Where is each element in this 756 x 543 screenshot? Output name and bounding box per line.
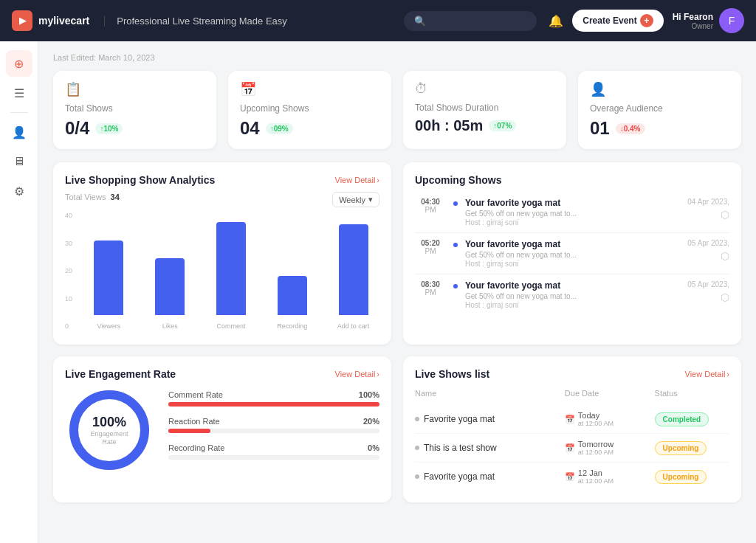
sidebar: ⊕ ☰ 👤 🖥 ⚙ (0, 41, 38, 543)
list-date-1: 📅 Today at 12:00 AM (565, 411, 655, 427)
list-dot-1 (415, 417, 419, 421)
stat-card-audience: 👤 Overage Audience 01 ↓0.4% (578, 71, 741, 149)
show-info-3: Your favorite yoga mat Get 50% off on ne… (465, 280, 678, 309)
show-date-2: 05 Apr 2023, (685, 239, 729, 247)
stat-card-duration: ⏱ Total Shows Duration 00h : 05m ↑07% (403, 71, 566, 149)
stat-card-upcoming-shows: 📅 Upcoming Shows 04 ↑09% (228, 71, 391, 149)
list-row-2: This is a test show 📅 Tomorrow at 12:00 … (415, 434, 729, 463)
show-desc-3: Get 50% off on new yoga mat to... (465, 292, 678, 300)
bell-icon[interactable]: 🔔 (549, 14, 563, 28)
reaction-rate-header: Reaction Rate 20% (168, 417, 379, 426)
rates-list: Comment Rate 100% Reaction Rate 20% (168, 390, 379, 470)
plus-icon: + (640, 14, 653, 27)
recording-rate-pct: 0% (368, 443, 379, 452)
sidebar-item-users[interactable]: 👤 (6, 119, 32, 145)
sidebar-item-calendar[interactable]: ☰ (6, 80, 32, 106)
upcoming-shows-icon: 📅 (240, 81, 379, 97)
analytics-title: Live Shopping Show Analytics (65, 174, 215, 186)
cal-icon-1: 📅 (565, 415, 575, 424)
duration-label: Total Shows Duration (415, 103, 554, 113)
recording-rate-header: Recording Rate 0% (168, 443, 379, 452)
bar-comment-fill (216, 222, 246, 315)
audience-value: 01 (590, 118, 610, 139)
col-status: Status (655, 389, 729, 398)
chart-area (83, 212, 379, 315)
search-icon: 🔍 (414, 15, 426, 27)
bar-likes-fill (155, 258, 185, 315)
live-shows-view-detail[interactable]: View Detail › (685, 370, 730, 378)
top-two-col: Live Shopping Show Analytics View Detail… (53, 162, 741, 345)
upcoming-shows-badge: ↑09% (266, 123, 293, 134)
user-text: Hi Fearon Owner (673, 12, 713, 30)
live-shows-header: Live Shows list View Detail › (415, 368, 729, 380)
show-host-3: Host : girraj soni (465, 301, 678, 309)
show-dot-1 (453, 201, 458, 206)
show-title-2: Your favorite yoga mat (465, 239, 678, 249)
engagement-view-detail[interactable]: View Detail › (335, 370, 380, 378)
sidebar-item-dashboard[interactable]: ⊕ (6, 50, 32, 77)
sidebar-item-display[interactable]: 🖥 (6, 148, 32, 175)
col-name: Name (415, 389, 565, 398)
donut-chart: 100% EngagementRate (65, 386, 154, 474)
show-host-1: Host : girraj soni (465, 218, 678, 226)
user-info: Hi Fearon Owner F (673, 8, 744, 33)
list-name-3: Favorite yoga mat (415, 471, 565, 482)
search-bar[interactable]: 🔍 (404, 11, 537, 31)
bottom-two-col: Live Engagement Rate View Detail › (53, 356, 741, 502)
status-badge-upcoming-2: Upcoming (655, 441, 707, 455)
last-edited: Last Edited: March 10, 2023 (53, 53, 741, 62)
recording-rate-item: Recording Rate 0% (168, 443, 379, 460)
comment-rate-label: Comment Rate (168, 390, 223, 399)
reaction-rate-bar-fill (168, 429, 210, 433)
sidebar-item-settings[interactable]: ⚙ (6, 178, 32, 204)
share-icon-3[interactable]: ⬡ (721, 291, 729, 303)
filter-dropdown[interactable]: Weekly ▾ (332, 192, 379, 207)
analytics-card: Live Shopping Show Analytics View Detail… (53, 162, 391, 345)
user-role: Owner (673, 22, 713, 30)
reaction-rate-bar-bg (168, 429, 379, 433)
donut-center: 100% EngagementRate (90, 415, 128, 446)
engagement-pct: 100% (90, 415, 128, 430)
list-row-1: Favorite yoga mat 📅 Today at 12:00 AM Co… (415, 405, 729, 434)
engagement-label: EngagementRate (90, 430, 128, 446)
duration-value: 00h : 05m (415, 117, 483, 134)
list-name-1: Favorite yoga mat (415, 414, 565, 424)
show-host-2: Host : girraj soni (465, 260, 678, 268)
create-event-button[interactable]: Create Event + (572, 10, 663, 32)
chevron-down-icon: ▾ (368, 195, 373, 204)
analytics-view-detail[interactable]: View Detail › (335, 176, 380, 184)
list-dot-3 (415, 474, 419, 479)
label-viewers: Viewers (83, 322, 135, 330)
audience-label: Overage Audience (590, 103, 729, 114)
share-icon-1[interactable]: ⬡ (721, 209, 729, 221)
label-comment: Comment (205, 322, 258, 330)
engagement-title: Live Engagement Rate (65, 368, 176, 380)
comment-rate-header: Comment Rate 100% (168, 390, 379, 399)
header-title: Professional Live Streaming Made Easy (104, 15, 287, 27)
status-badge-completed-1: Completed (655, 412, 709, 426)
show-date-1: 04 Apr 2023, (685, 198, 729, 206)
upcoming-shows-value-row: 04 ↑09% (240, 118, 379, 139)
header: ▶ mylivecart Professional Live Streaming… (0, 0, 756, 41)
list-name-2: This is a test show (415, 443, 565, 453)
create-event-label: Create Event (583, 15, 636, 26)
bar-recording-fill (278, 276, 307, 315)
total-shows-badge: ↑10% (95, 123, 123, 134)
list-date-2: 📅 Tomorrow at 12:00 AM (565, 440, 655, 456)
upcoming-show-3: 08:30PM Your favorite yoga mat Get 50% o… (415, 274, 729, 315)
reaction-rate-item: Reaction Rate 20% (168, 417, 379, 433)
recording-rate-label: Recording Rate (168, 443, 224, 452)
share-icon-2[interactable]: ⬡ (721, 250, 729, 262)
audience-icon: 👤 (590, 81, 729, 97)
show-time-1: 04:30PM (415, 198, 446, 214)
total-shows-value: 0/4 (65, 118, 89, 139)
audience-value-row: 01 ↓0.4% (590, 118, 729, 139)
cal-icon-2: 📅 (565, 443, 575, 453)
upcoming-show-1: 04:30PM Your favorite yoga mat Get 50% o… (415, 192, 729, 233)
bar-recording (266, 212, 318, 315)
label-addtocart: Add to cart (327, 322, 379, 330)
list-status-2: Upcoming (655, 440, 729, 455)
upcoming-shows-label: Upcoming Shows (240, 103, 379, 114)
show-desc-1: Get 50% off on new yoga mat to... (465, 210, 678, 218)
avatar: F (719, 8, 744, 33)
